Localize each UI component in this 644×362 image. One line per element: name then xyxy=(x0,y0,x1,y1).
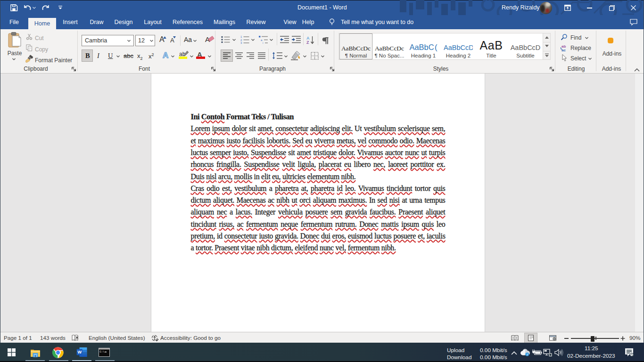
svg-text:ac: ac xyxy=(561,48,566,52)
svg-text:W: W xyxy=(77,350,82,354)
svg-text:i: i xyxy=(527,353,528,356)
svg-text:C:\: C:\ xyxy=(100,350,105,354)
